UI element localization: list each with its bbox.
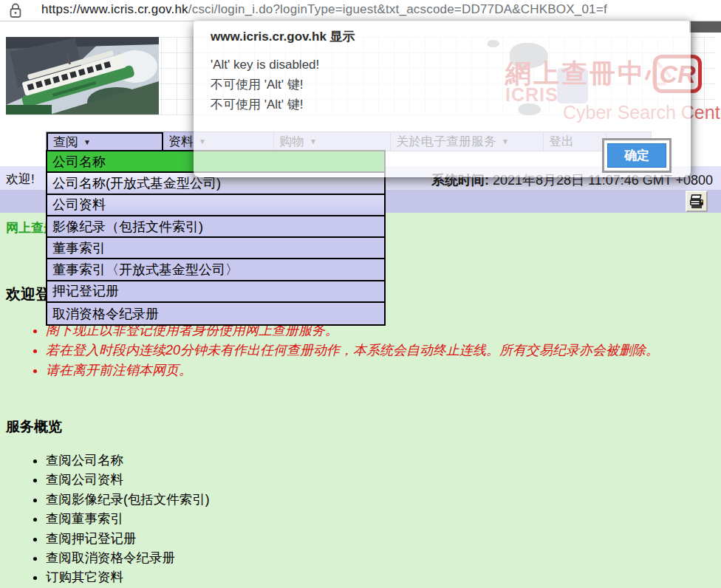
menu-item-label: 查阅 [53,134,78,151]
window-corner-artifact [689,21,721,33]
browser-address-bar[interactable]: https://www.icris.cr.gov.hk/csci/login_i… [0,0,721,21]
print-button[interactable] [686,191,708,212]
alert-message-line: 不可使用 'Alt' 键! [211,95,319,114]
dropdown-item-company-particulars[interactable]: 公司资料 [47,195,384,216]
services-list: 查阅公司名称 查阅公司资料 查阅影像纪录(包括文件索引) 查阅董事索引 查阅押记… [25,451,210,587]
url-text[interactable]: https://www.icris.cr.gov.hk/csci/login_i… [41,2,607,17]
alert-dialog-message: 'Alt' key is disabled! 不可使用 'Alt' 键! 不可使… [211,55,319,114]
notice-item: 若在登入时段内连续20分钟未有作出任何查册动作，本系统会自动终止连线。所有交易纪… [46,341,700,360]
lock-icon[interactable] [9,3,22,21]
url-domain: https://www.icris.cr.gov.hk [41,2,188,16]
service-item: 订购其它资料 [46,567,210,587]
dropdown-item-disqualification-register[interactable]: 取消资格令纪录册 [47,303,384,324]
menu-item-label: 资料 [168,133,194,150]
alert-dialog-title: www.icris.cr.gov.hk 显示 [211,28,355,45]
service-item: 查阅董事索引 [46,509,210,528]
screenshot-root: https://www.icris.cr.gov.hk/csci/login_i… [0,0,721,588]
notice-item: 请在离开前注销本网页。 [46,360,700,380]
services-heading: 服务概览 [6,417,62,437]
welcome-text: 欢迎! [6,171,35,188]
dropdown-item-directors-index-ofc[interactable]: 董事索引〈开放式基金型公司〉 [47,259,384,281]
star-ferry-photo [6,37,159,114]
service-item: 查阅公司资料 [46,470,210,489]
service-item: 查阅押记登记册 [46,529,210,548]
alert-message-line: 不可使用 'Alt' 键! [211,75,319,95]
url-path: /csci/login_i.do?loginType=iguest&txt_ac… [188,2,607,16]
printer-icon [688,194,705,209]
dropdown-item-directors-index[interactable]: 董事索引 [47,238,384,259]
url-overflow-fade [677,0,721,20]
ok-button[interactable]: 确定 [607,143,666,168]
service-item: 查阅影像纪录(包括文件索引) [46,490,210,509]
dropdown-item-image-record[interactable]: 影像纪录（包括文件索引) [47,216,384,238]
menu-item-search[interactable]: 查阅 ▼ [47,132,163,151]
ok-button-focus-ring: 确定 [602,138,672,173]
chevron-down-icon: ▼ [83,138,91,146]
alert-message-line: 'Alt' key is disabled! [211,55,319,75]
notice-list: 阁下现正以非登记使用者身份使用网上查册服务。 若在登入时段内连续20分钟未有作出… [25,321,700,380]
service-item: 查阅取消资格令纪录册 [46,548,210,567]
alert-dialog: www.icris.cr.gov.hk 显示 'Alt' key is disa… [194,21,691,177]
dropdown-item-register-of-charges[interactable]: 押记登记册 [47,281,384,303]
service-item: 查阅公司名称 [46,451,210,470]
